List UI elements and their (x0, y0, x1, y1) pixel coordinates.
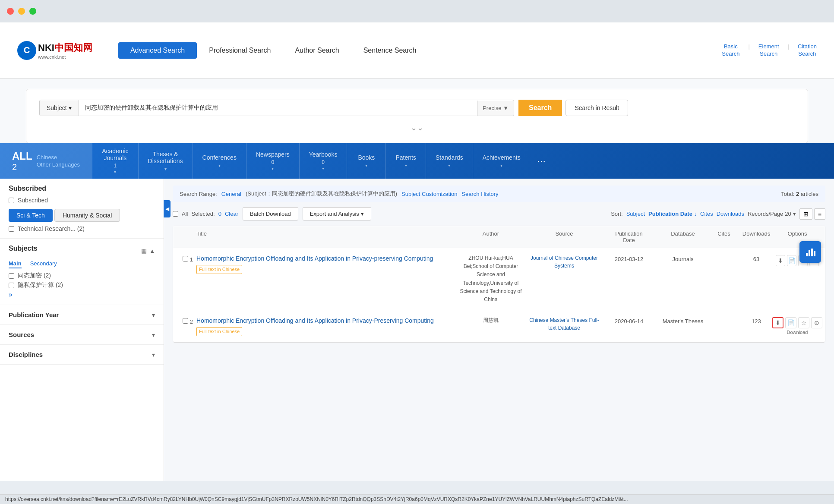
col-checkbox (179, 230, 196, 243)
clear-selection-link[interactable]: Clear (225, 211, 238, 217)
sidebar: Confirm Clear ◀ Subscribed Subscribed Sc… (0, 179, 164, 481)
technical-research-row: Technical Research... (2) (9, 225, 155, 232)
sci-tech-tab[interactable]: Sci & Tech (9, 209, 53, 222)
chevron-down-icon: ▾ (448, 163, 450, 168)
col-title: Title (196, 230, 456, 243)
subject-customization-link[interactable]: Subject Customization (401, 191, 457, 197)
doc-tab-standards[interactable]: Standards ▾ (426, 143, 473, 179)
chevron-up-icon: ▲ (149, 248, 155, 254)
search-input[interactable] (79, 100, 477, 116)
doc-tab-patents[interactable]: Patents ▾ (385, 143, 425, 179)
search-tab-group: Advanced Search Professional Search Auth… (118, 42, 722, 59)
doc-tab-books[interactable]: Books ▾ (347, 143, 385, 179)
result-author-1: ZHOU Hui-kai;HUA Bei;School of Computer … (456, 254, 525, 304)
grid-view-button[interactable]: ⊞ (799, 208, 812, 220)
col-downloads: Downloads (737, 230, 776, 243)
tab-sentence-search[interactable]: Sentence Search (351, 42, 429, 59)
subscribed-checkbox[interactable] (9, 198, 14, 203)
precise-select[interactable]: Precise ▼ (477, 101, 514, 116)
subject-checkbox-1[interactable] (9, 273, 14, 279)
citation-search-link[interactable]: CitationSearch (798, 43, 817, 58)
doc-tab-achievements[interactable]: Achievements ▾ (473, 143, 530, 179)
close-button[interactable] (7, 8, 14, 15)
maximize-button[interactable] (29, 8, 36, 15)
result-checkbox-2[interactable] (183, 318, 188, 324)
sort-label: Sort: (611, 211, 622, 217)
element-search-link[interactable]: ElementSearch (758, 43, 779, 58)
result-title-link-2[interactable]: Homomorphic Encryption Offloading and It… (196, 317, 434, 324)
batch-download-button[interactable]: Batch Download (243, 207, 298, 220)
result-downloads-2: 123 (737, 316, 776, 324)
sort-cites-link[interactable]: Cites (700, 211, 713, 217)
results-header: ALL 2 Chinese Other Languages AcademicJo… (0, 143, 834, 179)
read-button-2[interactable]: 📄 (785, 317, 796, 328)
all-tab-count: 2 (12, 162, 32, 172)
floating-stats-button[interactable] (799, 241, 821, 263)
expand-search-icon[interactable]: ⌄⌄ (411, 123, 423, 132)
secondary-tab[interactable]: Secondary (30, 260, 57, 268)
col-cites: Cites (711, 230, 737, 243)
col-pub-date: PublicationDate (603, 230, 655, 243)
result-title-1: Homomorphic Encryption Offloading and It… (196, 254, 456, 274)
tab-advanced-search[interactable]: Advanced Search (118, 42, 197, 59)
disciplines-section[interactable]: Disciplines ▾ (0, 345, 164, 365)
sidebar-toggle[interactable]: ◀ (164, 200, 171, 217)
svg-rect-2 (811, 249, 813, 256)
download-button-1[interactable]: ⬇ (776, 255, 785, 266)
result-db-1: Journals (655, 254, 711, 262)
humanity-social-tab[interactable]: Humanity & Social (54, 209, 120, 222)
subscribed-checkbox-row: Subscribed (9, 197, 155, 204)
other-languages-link[interactable]: Other Languages (37, 161, 80, 168)
search-in-result-button[interactable]: Search in Result (565, 100, 628, 116)
star-button-2[interactable]: ☆ (798, 317, 809, 328)
technical-research-checkbox[interactable] (9, 226, 14, 232)
search-button[interactable]: Search (518, 100, 562, 116)
read-button-1[interactable]: 📄 (787, 255, 796, 266)
all-tab[interactable]: ALL 2 Chinese Other Languages (0, 143, 92, 179)
sources-section[interactable]: Sources ▾ (0, 325, 164, 345)
journals-count: 1 (114, 163, 117, 169)
tab-professional-search[interactable]: Professional Search (197, 42, 283, 59)
search-history-link[interactable]: Search History (461, 191, 498, 197)
newspapers-count: 0 (271, 159, 274, 165)
result-title-link-1[interactable]: Homomorphic Encryption Offloading and It… (196, 255, 433, 262)
search-field-select[interactable]: Subject ▾ (40, 100, 79, 116)
main-tab[interactable]: Main (9, 260, 22, 268)
result-checkbox-1[interactable] (183, 256, 188, 261)
chevron-down-icon: ▾ (69, 104, 72, 111)
status-bar: https://oversea.cnki.net/kns/download?fi… (0, 494, 834, 504)
chinese-link[interactable]: Chinese (37, 154, 80, 161)
minimize-button[interactable] (18, 8, 25, 15)
sort-subject-link[interactable]: Subject (626, 211, 645, 217)
row-checkbox-1: 1 (179, 254, 196, 263)
sort-downloads-link[interactable]: Downloads (717, 211, 744, 217)
result-source-1[interactable]: Journal of Chinese Computer Systems (525, 254, 603, 270)
download-button-2[interactable]: ⬇ (772, 317, 783, 328)
category-tabs: Sci & Tech Humanity & Social (9, 209, 155, 222)
sort-publication-date-link[interactable]: Publication Date ↓ (648, 211, 697, 217)
export-analysis-button[interactable]: Export and Analysis ▾ (303, 207, 371, 220)
basic-search-link[interactable]: BasicSearch (722, 43, 739, 58)
doc-tab-yearbooks[interactable]: Yearbooks 0 ▾ (299, 143, 347, 179)
doc-tab-newspapers[interactable]: Newspapers 0 ▾ (246, 143, 299, 179)
doc-tab-academic-journals[interactable]: AcademicJournals 1 ▾ (92, 143, 138, 179)
list-view-button[interactable]: ≡ (814, 208, 825, 220)
more-button-2[interactable]: ⊙ (811, 317, 822, 328)
result-source-2[interactable]: Chinese Master's Theses Full-text Databa… (525, 316, 603, 332)
more-tabs-button[interactable]: ⋯ (530, 143, 553, 179)
search-range-value[interactable]: General (221, 191, 241, 197)
result-title-2: Homomorphic Encryption Offloading and It… (196, 316, 456, 336)
expand-subjects-arrow[interactable]: » (9, 291, 155, 299)
chevron-down-icon: ▾ (322, 166, 324, 171)
result-downloads-1: 63 (737, 254, 776, 262)
tab-author-search[interactable]: Author Search (283, 42, 351, 59)
subject-checkbox-2[interactable] (9, 283, 14, 288)
doc-tab-theses[interactable]: Theses &Dissertations ▾ (138, 143, 193, 179)
select-all-checkbox[interactable] (173, 211, 178, 217)
subscribed-label: Subscribed (9, 185, 155, 192)
result-author-2: 周慧凯 (456, 316, 525, 324)
doc-tab-conferences[interactable]: Conferences ▾ (193, 143, 246, 179)
table-row: 2 Homomorphic Encryption Offloading and … (173, 310, 825, 342)
publication-year-section[interactable]: Publication Year ▾ (0, 305, 164, 325)
view-toggle: ⊞ ≡ (799, 208, 825, 220)
